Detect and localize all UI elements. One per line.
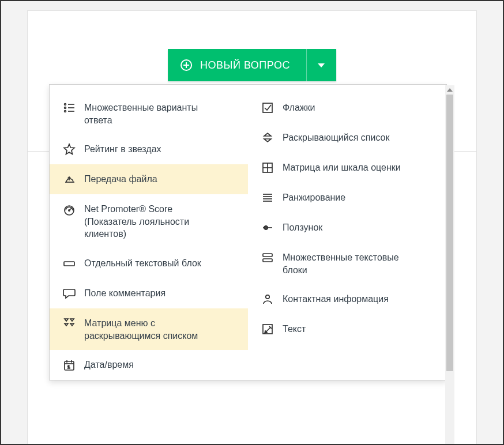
new-question-dropdown-toggle[interactable] [306, 49, 336, 81]
menu-item-file-upload[interactable]: Передача файла [50, 164, 248, 194]
menu-item-label: Рейтинг в звездах [84, 142, 161, 156]
contact-info-icon [261, 292, 274, 306]
menu-item-label: Флажки [283, 101, 315, 114]
checkboxes-icon [261, 101, 274, 115]
menu-item-matrix-rating[interactable]: Матрица или шкала оценки [248, 153, 446, 183]
new-question-label: НОВЫЙ ВОПРОС [200, 59, 290, 71]
menu-item-label: Ранжирование [283, 191, 345, 204]
dropdown-scrollbar[interactable] [445, 85, 454, 445]
slider-icon [261, 221, 274, 235]
matrix-rating-icon [261, 161, 274, 175]
multiple-choice-icon [62, 101, 76, 115]
menu-item-label: Отдельный текстовый блок [84, 257, 201, 270]
menu-item-label: Net Promoter® Score (Показатель лояльнос… [84, 202, 223, 240]
menu-item-label: Матрица меню с раскрывающимся списком [84, 316, 223, 342]
menu-item-multiple-choice[interactable]: Множественные варианты ответа [50, 93, 248, 134]
new-question-button[interactable]: НОВЫЙ ВОПРОС [168, 49, 306, 81]
matrix-dropdown-icon [62, 316, 76, 330]
caret-down-icon [318, 63, 325, 67]
menu-item-label: Дата/время [84, 358, 134, 371]
dropdown-icon [261, 131, 274, 145]
menu-item-label: Текст [283, 322, 306, 335]
new-question-button-group: НОВЫЙ ВОПРОС [168, 49, 336, 81]
question-type-dropdown: Множественные варианты ответаРейтинг в з… [49, 84, 447, 380]
scrollbar-up-button[interactable] [445, 85, 454, 95]
menu-item-date-time[interactable]: Дата/время [50, 350, 248, 380]
star-rating-icon [62, 142, 76, 156]
comment-box-icon [62, 286, 76, 300]
dropdown-column-right: ФлажкиРаскрывающийся списокМатрица или ш… [248, 93, 446, 380]
date-time-icon [62, 358, 76, 372]
multi-textbox-icon [261, 251, 274, 265]
menu-item-label: Передача файла [84, 172, 157, 186]
menu-item-label: Множественные текстовые блоки [283, 251, 421, 276]
plus-circle-icon [180, 59, 192, 71]
menu-item-label: Поле комментария [84, 286, 166, 300]
ranking-icon [261, 191, 274, 205]
menu-item-checkboxes[interactable]: Флажки [248, 93, 446, 123]
menu-item-dropdown[interactable]: Раскрывающийся список [248, 123, 446, 153]
menu-item-label: Ползунок [283, 221, 322, 234]
menu-item-contact-info[interactable]: Контактная информация [248, 284, 446, 314]
menu-item-slider[interactable]: Ползунок [248, 213, 446, 243]
menu-item-multi-textbox[interactable]: Множественные текстовые блоки [248, 243, 446, 284]
menu-item-label: Множественные варианты ответа [84, 101, 223, 126]
nps-icon [62, 202, 76, 216]
menu-item-star-rating[interactable]: Рейтинг в звездах [50, 134, 248, 164]
scrollbar-thumb[interactable] [446, 95, 453, 371]
menu-item-ranking[interactable]: Ранжирование [248, 183, 446, 213]
menu-item-comment-box[interactable]: Поле комментария [50, 278, 248, 308]
menu-item-text[interactable]: Текст [248, 314, 446, 344]
single-textbox-icon [62, 257, 76, 270]
menu-item-label: Матрица или шкала оценки [283, 161, 401, 174]
text-icon [261, 322, 274, 336]
menu-item-single-textbox[interactable]: Отдельный текстовый блок [50, 248, 248, 278]
menu-item-label: Раскрывающийся список [283, 131, 389, 144]
file-upload-icon [62, 172, 76, 186]
menu-item-nps[interactable]: Net Promoter® Score (Показатель лояльнос… [50, 194, 248, 248]
dropdown-column-left: Множественные варианты ответаРейтинг в з… [50, 93, 248, 380]
menu-item-matrix-dropdown[interactable]: Матрица меню с раскрывающимся списком [50, 308, 248, 350]
menu-item-label: Контактная информация [283, 292, 389, 306]
